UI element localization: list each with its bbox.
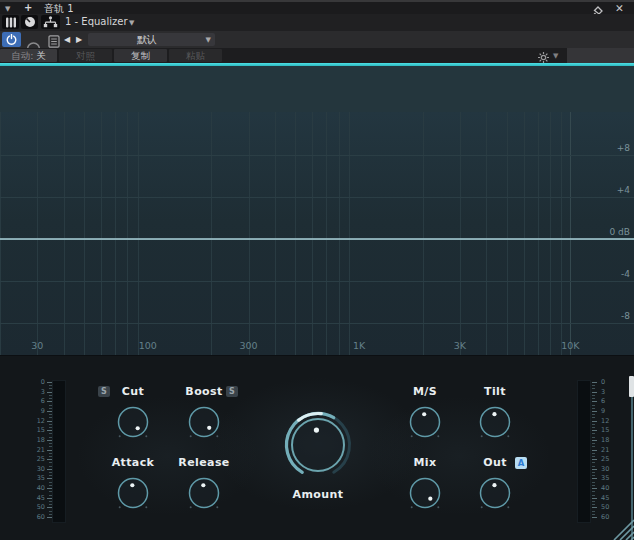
boost-solo-badge[interactable]: S	[226, 386, 238, 397]
meter-tick	[592, 430, 597, 431]
meter-tick	[592, 424, 595, 425]
meter-tick	[49, 408, 52, 409]
meter-tick	[49, 395, 52, 396]
meter-tick	[49, 446, 52, 447]
meter-tick	[49, 482, 52, 483]
cut-knob[interactable]	[109, 398, 157, 446]
meter-tick	[47, 469, 52, 470]
meter-tick	[592, 453, 595, 454]
meter-tick	[592, 401, 597, 402]
meter-tick	[49, 405, 52, 406]
meter-tick	[49, 472, 52, 473]
out-auto-badge[interactable]: A	[515, 457, 527, 469]
plugin-power-button[interactable]	[2, 32, 21, 47]
gear-arrow-icon[interactable]: ▼	[553, 51, 558, 61]
left-meter	[52, 380, 66, 523]
plugin-header: W EQUALIZER ◀ Default ▶	[0, 66, 634, 112]
routing-icon[interactable]	[41, 15, 60, 29]
left-meter-label-35: 35	[28, 475, 45, 482]
grid-vline	[295, 112, 296, 355]
meter-tick	[49, 427, 52, 428]
boost-knob[interactable]	[180, 398, 228, 446]
meter-tick	[592, 392, 597, 393]
right-meter-label-15: 15	[601, 427, 618, 434]
meter-tick	[49, 475, 52, 476]
right-meter-label-6: 6	[601, 398, 618, 405]
mix-knob[interactable]	[401, 469, 449, 517]
meter-tick	[592, 417, 595, 418]
meter-tick	[49, 504, 52, 505]
out-knob[interactable]	[471, 469, 519, 517]
control-panel: Cut Boost Attack Release Amount M/S Tilt…	[0, 355, 634, 540]
meter-tick	[49, 388, 52, 389]
knob-icon[interactable]	[21, 15, 38, 29]
left-meter-label-0: 0	[28, 379, 45, 386]
compare-button[interactable]: 对照	[59, 49, 112, 62]
meter-tick	[49, 462, 52, 463]
paste-button[interactable]: 粘贴	[169, 49, 222, 62]
plugin-toolbar: ◀ ▶ 默认 ▼	[0, 31, 634, 48]
grid-vline	[326, 112, 327, 355]
right-meter-label-35: 35	[601, 475, 618, 482]
meter-tick	[592, 475, 595, 476]
ms-knob[interactable]	[401, 398, 449, 446]
host-preset-name: 默认	[88, 33, 206, 47]
meter-tick	[49, 414, 52, 415]
meter-tick	[49, 385, 52, 386]
close-icon[interactable]: ✕	[615, 2, 624, 14]
release-knob-label: Release	[159, 456, 249, 469]
meter-tick	[47, 411, 52, 412]
meter-tick	[592, 498, 597, 499]
preset-next-icon[interactable]: ▶	[76, 35, 82, 44]
meter-tick	[49, 443, 52, 444]
grid-vline	[339, 112, 340, 355]
right-meter-label-50: 50	[601, 504, 618, 511]
scrollbar-thumb[interactable]	[629, 376, 634, 397]
add-icon[interactable]: +	[24, 2, 32, 14]
meter-tick	[47, 401, 52, 402]
meter-tick	[592, 511, 595, 512]
mixer-icon[interactable]	[2, 15, 19, 29]
amount-knob[interactable]	[276, 403, 360, 487]
left-meter-label-25: 25	[28, 456, 45, 463]
freq-label-300: 300	[229, 340, 269, 351]
freq-label-1K: 1K	[339, 340, 379, 351]
meter-tick	[49, 398, 52, 399]
plugin-selector[interactable]: 1 - Equalizer	[65, 16, 128, 28]
meter-tick	[47, 498, 52, 499]
amount-knob-label: Amount	[273, 488, 363, 501]
meter-tick	[592, 507, 597, 508]
cut-solo-badge[interactable]: S	[98, 386, 110, 397]
meter-tick	[592, 456, 595, 457]
left-meter-label-40: 40	[28, 485, 45, 492]
meter-tick	[592, 462, 595, 463]
left-meter-label-45: 45	[28, 495, 45, 502]
plugin-selector-arrow-icon[interactable]: ▼	[129, 18, 134, 28]
right-meter-label-9: 9	[601, 408, 618, 415]
host-preset-dropdown[interactable]: 默认 ▼	[88, 33, 215, 46]
copy-button[interactable]: 复制	[114, 49, 167, 62]
eq-graph[interactable]: +8+40 dB-4-8301003001K3K10K	[0, 112, 634, 355]
automation-button[interactable]: 自动: 关	[0, 49, 57, 62]
automation-state: 关	[36, 50, 46, 61]
meter-tick	[592, 443, 595, 444]
meter-tick	[592, 466, 595, 467]
tilt-knob[interactable]	[471, 398, 519, 446]
editor-toolbar: 1 - Equalizer ▼	[0, 14, 634, 31]
meter-tick	[47, 392, 52, 393]
grid-hline	[0, 155, 634, 156]
meter-tick	[49, 495, 52, 496]
left-meter-label-18: 18	[28, 437, 45, 444]
grid-vline	[37, 112, 38, 355]
grid-vline	[423, 112, 424, 355]
attack-knob[interactable]	[109, 469, 157, 517]
meter-tick	[592, 388, 595, 389]
eq-curve[interactable]	[0, 238, 634, 240]
preset-prev-icon[interactable]: ◀	[64, 35, 70, 44]
meter-tick	[592, 395, 595, 396]
window-titlebar: ▼ + 音轨 1 ✕	[0, 0, 634, 14]
resize-grip[interactable]	[610, 515, 634, 540]
collapse-icon[interactable]: ▼	[5, 4, 10, 14]
meter-tick	[592, 440, 597, 441]
release-knob[interactable]	[180, 469, 228, 517]
